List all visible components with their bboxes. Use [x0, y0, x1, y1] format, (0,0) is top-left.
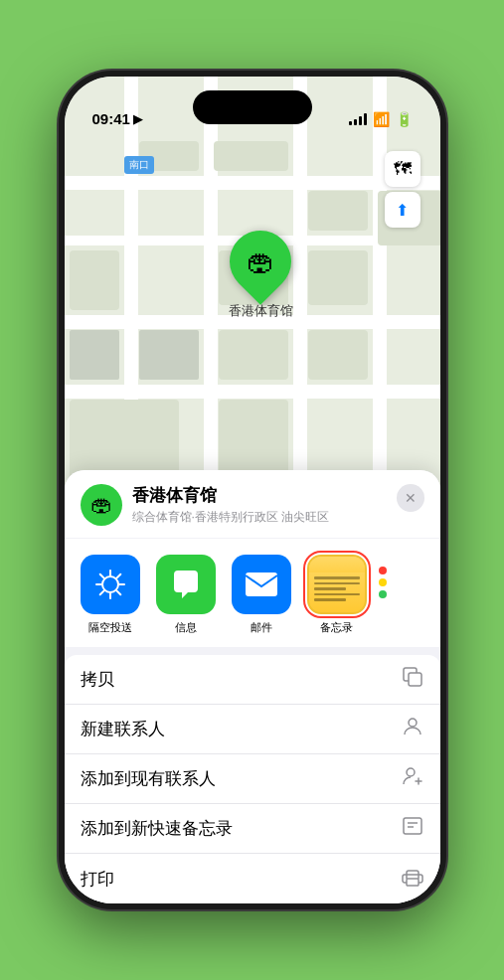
location-button[interactable]: ⬆: [385, 192, 420, 228]
status-time: 09:41 ▶: [92, 110, 142, 127]
svg-point-4: [407, 768, 415, 776]
share-app-airdrop[interactable]: 隔空投送: [77, 555, 144, 635]
map-area[interactable]: 南口 🗺 ⬆ 🏟 香港体育馆: [65, 77, 440, 504]
status-icons: 📶 🔋: [349, 111, 413, 127]
action-copy[interactable]: 拷贝: [65, 655, 440, 705]
battery-icon: 🔋: [396, 111, 413, 127]
messages-label: 信息: [175, 620, 197, 635]
mail-icon: [232, 555, 291, 614]
new-contact-icon: [401, 715, 424, 743]
map-buttons: 🗺 ⬆: [385, 151, 420, 228]
close-icon: ✕: [405, 490, 417, 506]
airdrop-icon: [81, 555, 140, 614]
action-new-contact[interactable]: 新建联系人: [65, 705, 440, 754]
share-apps-section: 隔空投送 信息: [65, 539, 440, 647]
svg-rect-6: [407, 879, 419, 886]
location-name: 香港体育馆: [132, 484, 424, 507]
share-app-mail[interactable]: 邮件: [228, 555, 295, 635]
phone-screen: 09:41 ▶ 📶 🔋: [65, 77, 440, 903]
add-existing-contact-label: 添加到现有联系人: [81, 767, 216, 790]
map-location-label: 南口: [124, 156, 154, 174]
location-arrow-icon: ▶: [133, 112, 142, 126]
mail-label: 邮件: [251, 620, 272, 635]
notes-label: 备忘录: [320, 620, 353, 635]
phone-frame: 09:41 ▶ 📶 🔋: [59, 71, 446, 909]
pin-circle: 🏟: [217, 218, 304, 305]
close-button[interactable]: ✕: [397, 484, 424, 512]
add-contact-icon: [401, 764, 424, 793]
svg-rect-1: [246, 572, 277, 596]
action-add-quick-note[interactable]: 添加到新快速备忘录: [65, 804, 440, 854]
notes-app-icon: [307, 555, 367, 614]
share-app-notes[interactable]: 备忘录: [303, 555, 371, 635]
svg-point-3: [409, 719, 417, 727]
add-quick-note-label: 添加到新快速备忘录: [81, 817, 233, 840]
location-header: 🏟 香港体育馆 综合体育馆·香港特别行政区 油尖旺区 ✕: [65, 470, 440, 538]
copy-icon: [401, 665, 424, 694]
share-apps-row: 隔空投送 信息: [77, 555, 428, 635]
print-label: 打印: [81, 868, 114, 891]
location-direction-icon: ⬆: [396, 201, 409, 220]
messages-icon: [156, 555, 216, 614]
action-list: 拷贝 新建联系人: [65, 655, 440, 903]
copy-label: 拷贝: [81, 668, 114, 691]
new-contact-label: 新建联系人: [81, 718, 165, 740]
location-description: 综合体育馆·香港特别行政区 油尖旺区: [132, 509, 424, 526]
stadium-icon: 🏟: [247, 245, 274, 278]
share-app-messages[interactable]: 信息: [152, 555, 220, 635]
print-icon: [401, 865, 424, 894]
stadium-pin[interactable]: 🏟 香港体育馆: [229, 231, 293, 320]
venue-icon: 🏟: [81, 484, 122, 526]
map-label-text: 南口: [129, 159, 149, 170]
action-add-existing-contact[interactable]: 添加到现有联系人: [65, 754, 440, 804]
dynamic-island: [193, 90, 312, 124]
airdrop-label: 隔空投送: [88, 620, 132, 635]
map-icon: 🗺: [394, 159, 412, 180]
cellular-signal-icon: [349, 113, 367, 125]
svg-rect-5: [404, 818, 421, 834]
bottom-sheet: 🏟 香港体育馆 综合体育馆·香港特别行政区 油尖旺区 ✕: [65, 470, 440, 903]
time-display: 09:41: [92, 110, 130, 127]
more-apps-indicator[interactable]: [379, 567, 387, 598]
svg-rect-2: [409, 673, 421, 686]
action-print[interactable]: 打印: [65, 854, 440, 903]
wifi-icon: 📶: [373, 111, 390, 127]
location-info: 香港体育馆 综合体育馆·香港特别行政区 油尖旺区: [132, 484, 424, 526]
map-view-button[interactable]: 🗺: [385, 151, 420, 187]
quick-note-icon: [401, 814, 424, 843]
